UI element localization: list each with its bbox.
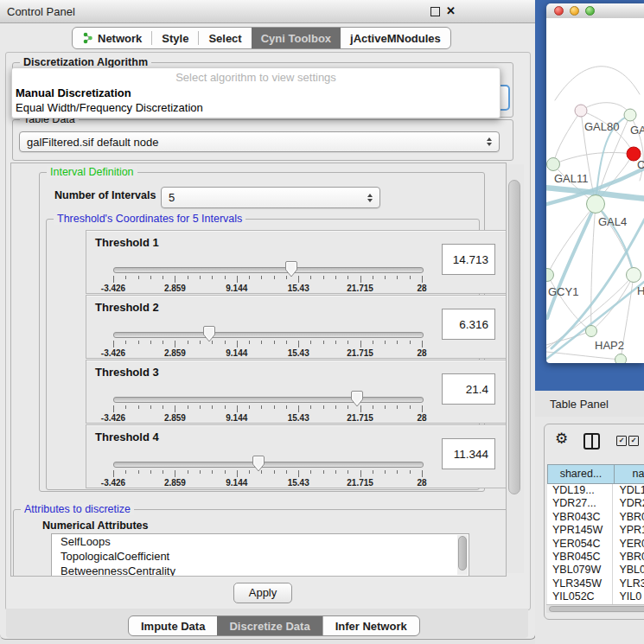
interval-definition-group-label: Interval Definition bbox=[47, 166, 137, 178]
tick-mark bbox=[175, 470, 175, 477]
network-node[interactable] bbox=[627, 268, 641, 283]
threshold-slider-2[interactable]: -3.4262.8599.14415.4321.71528 bbox=[113, 327, 422, 356]
tab-cyni-toolbox[interactable]: Cyni Toolbox bbox=[252, 28, 341, 48]
attribute-item-betweennesscentrality[interactable]: BetweennessCentrality bbox=[52, 564, 469, 577]
column-header[interactable]: shared... bbox=[547, 464, 615, 484]
table-row[interactable]: YER054CYER0 bbox=[547, 538, 644, 551]
bottom-tab-discretize-data[interactable]: Discretize Data bbox=[217, 616, 322, 635]
table-horizontal-scrollbar[interactable] bbox=[546, 604, 644, 613]
table-row[interactable]: YDR27...YDR2 bbox=[547, 497, 644, 510]
minimize-traffic-light-icon[interactable] bbox=[570, 6, 579, 16]
cell-shared-name[interactable]: YBL079W bbox=[547, 564, 612, 577]
cell-name[interactable]: YBR0 bbox=[612, 511, 644, 524]
tick-mark bbox=[373, 276, 373, 279]
menu-option-manual-discretization[interactable]: Manual Discretization bbox=[16, 86, 131, 101]
float-window-icon[interactable] bbox=[430, 7, 440, 16]
tick-mark bbox=[360, 276, 361, 283]
slider-track[interactable] bbox=[113, 462, 424, 468]
algorithm-menu-hint: Select algorithm to view settings bbox=[12, 71, 500, 84]
bottom-tab-infer-network[interactable]: Infer Network bbox=[322, 616, 419, 635]
attributes-scrollbar-thumb[interactable] bbox=[458, 536, 467, 571]
cell-name[interactable]: YIL0 bbox=[612, 590, 644, 603]
tab-network[interactable]: Network bbox=[73, 28, 151, 48]
network-window-titlebar[interactable] bbox=[546, 3, 644, 19]
cell-shared-name[interactable]: YIL052C bbox=[547, 590, 612, 603]
table-row[interactable]: YLR345WYLR3 bbox=[547, 577, 644, 590]
tab-style[interactable]: Style bbox=[152, 28, 198, 48]
cell-shared-name[interactable]: YBR045C bbox=[547, 551, 612, 564]
slider-thumb[interactable] bbox=[284, 261, 297, 281]
cell-name[interactable]: YER0 bbox=[612, 538, 644, 551]
network-window[interactable]: GAL80GAGAL11CGAL4GCY1HAHAP2 bbox=[546, 3, 644, 363]
tick-mark bbox=[385, 276, 386, 279]
tick-label: -3.426 bbox=[101, 413, 125, 423]
number-of-intervals-spinner[interactable]: 5 bbox=[161, 187, 380, 208]
network-node[interactable] bbox=[587, 195, 605, 214]
cell-shared-name[interactable]: YLR345W bbox=[547, 577, 612, 590]
cell-shared-name[interactable]: YBR043C bbox=[547, 511, 612, 524]
algorithm-dropdown-menu: Select algorithm to view settings Manual… bbox=[11, 67, 501, 118]
threshold-slider-4[interactable]: -3.4262.8599.14415.4321.71528 bbox=[113, 456, 422, 486]
attribute-item-topologicalcoefficient[interactable]: TopologicalCoefficient bbox=[52, 549, 469, 564]
network-node[interactable] bbox=[547, 158, 560, 171]
menu-option-equal-width-frequency-discretization[interactable]: Equal Width/Frequency Discretization bbox=[16, 101, 203, 116]
tab-select[interactable]: Select bbox=[199, 28, 251, 48]
apply-button[interactable]: Apply bbox=[233, 583, 292, 603]
table-data-combo[interactable]: galFiltered.sif default node bbox=[19, 131, 500, 152]
table-row[interactable]: YBL079WYBL0 bbox=[547, 564, 644, 577]
cell-name[interactable]: YDR2 bbox=[612, 497, 644, 510]
gear-icon[interactable]: ⚙ bbox=[555, 430, 568, 448]
slider-track[interactable] bbox=[113, 332, 424, 338]
zoom-traffic-light-icon[interactable] bbox=[585, 6, 595, 16]
cell-name[interactable]: YBR0 bbox=[612, 551, 644, 564]
cell-shared-name[interactable]: YDL19... bbox=[547, 484, 612, 497]
slider-thumb[interactable] bbox=[252, 456, 265, 475]
network-node[interactable] bbox=[624, 109, 636, 121]
table-horizontal-scrollbar-thumb[interactable] bbox=[549, 606, 644, 612]
slider-track[interactable] bbox=[113, 267, 424, 273]
slider-thumb[interactable] bbox=[202, 326, 215, 346]
network-canvas[interactable]: GAL80GAGAL11CGAL4GCY1HAHAP2 bbox=[546, 18, 644, 363]
cell-name[interactable]: YBL0 bbox=[612, 564, 644, 577]
attribute-item-selfloops[interactable]: SelfLoops bbox=[52, 534, 469, 549]
threshold-slider-1[interactable]: -3.4262.8599.14415.4321.71528 bbox=[113, 262, 422, 291]
split-columns-icon[interactable] bbox=[583, 433, 600, 450]
threshold-value-field[interactable]: 14.713 bbox=[442, 244, 495, 275]
column-header[interactable]: na bbox=[615, 464, 644, 484]
close-traffic-light-icon[interactable] bbox=[554, 6, 564, 16]
slider-track[interactable] bbox=[113, 397, 424, 403]
close-icon[interactable]: ✕ bbox=[446, 4, 456, 17]
table-row[interactable]: YDL19...YDL1 bbox=[547, 484, 644, 497]
network-node[interactable] bbox=[615, 354, 627, 364]
cell-name[interactable]: YLR3 bbox=[612, 577, 644, 590]
table-row[interactable]: YIL052CYIL0 bbox=[547, 590, 644, 603]
threshold-value-field[interactable]: 21.4 bbox=[442, 373, 495, 405]
tick-mark bbox=[360, 470, 361, 477]
threshold-slider-3[interactable]: -3.4262.8599.14415.4321.71528 bbox=[113, 392, 422, 421]
panel-vertical-scrollbar[interactable] bbox=[507, 164, 524, 573]
attributes-scrollbar[interactable] bbox=[457, 535, 468, 575]
bottom-tab-impute-data[interactable]: Impute Data bbox=[129, 616, 217, 635]
panel-vertical-scrollbar-thumb[interactable] bbox=[508, 180, 520, 494]
network-node[interactable] bbox=[546, 269, 554, 282]
checkbox-checked-icon[interactable]: ✓ bbox=[628, 436, 639, 446]
cell-shared-name[interactable]: YER054C bbox=[547, 538, 612, 551]
slider-thumb[interactable] bbox=[351, 391, 364, 411]
tab-jactivemnodules[interactable]: jActiveMNodules bbox=[341, 28, 450, 48]
threshold-value-field[interactable]: 6.316 bbox=[442, 309, 495, 340]
table-row[interactable]: YBR043CYBR0 bbox=[547, 511, 644, 524]
cell-name[interactable]: YDL1 bbox=[612, 484, 644, 497]
network-node[interactable] bbox=[575, 105, 587, 117]
checkbox-checked-icon[interactable]: ✓ bbox=[616, 436, 627, 446]
table-row[interactable]: YBR045CYBR0 bbox=[547, 551, 644, 564]
table-row[interactable]: YPR145WYPR1 bbox=[547, 524, 644, 537]
numerical-attributes-list[interactable]: SelfLoopsTopologicalCoefficientBetweenne… bbox=[51, 533, 469, 577]
tick-mark bbox=[274, 341, 275, 344]
slider-ticks bbox=[113, 470, 422, 478]
cell-shared-name[interactable]: YPR145W bbox=[547, 524, 612, 537]
cell-name[interactable]: YPR1 bbox=[612, 524, 644, 537]
tick-mark bbox=[261, 405, 262, 409]
threshold-value-field[interactable]: 11.344 bbox=[442, 438, 495, 469]
network-node[interactable] bbox=[586, 326, 597, 337]
cell-shared-name[interactable]: YDR27... bbox=[547, 497, 612, 510]
